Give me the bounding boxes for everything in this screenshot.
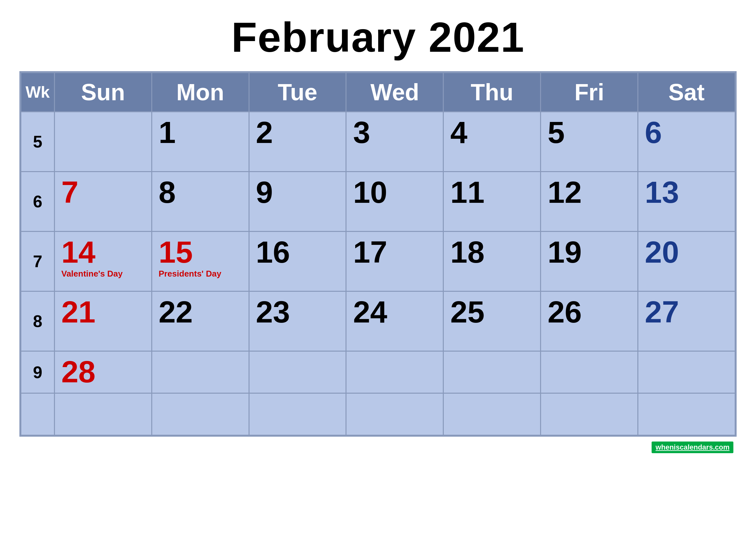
table-row xyxy=(638,351,735,393)
table-row: 27 xyxy=(638,292,735,351)
table-row: 17 xyxy=(346,232,444,292)
day-number: 3 xyxy=(353,117,436,148)
day-number: 13 xyxy=(645,177,728,208)
table-row: 18 xyxy=(444,232,541,292)
day-number: 26 xyxy=(548,296,631,327)
table-row: 15Presidents' Day xyxy=(151,232,249,292)
empty-cell xyxy=(249,393,346,436)
table-row xyxy=(151,351,249,393)
table-row: 20 xyxy=(638,232,735,292)
day-number: 11 xyxy=(450,177,534,208)
day-number: 14 xyxy=(62,237,145,268)
table-row: 28 xyxy=(54,351,151,393)
table-row: 14Valentine's Day xyxy=(54,232,151,292)
day-number: 7 xyxy=(62,177,145,208)
week-number: 6 xyxy=(21,172,55,232)
table-row xyxy=(444,351,541,393)
day-number: 8 xyxy=(159,177,242,208)
table-row: 13 xyxy=(638,172,735,232)
empty-cell xyxy=(151,393,249,436)
holiday-label: Valentine's Day xyxy=(62,269,145,279)
table-row: 2 xyxy=(249,112,346,172)
empty-cell xyxy=(54,393,151,436)
header-row: Wk Sun Mon Tue Wed Thu Fri Sat xyxy=(21,73,735,112)
week-number: 9 xyxy=(21,351,55,393)
table-row: 4 xyxy=(444,112,541,172)
mon-header: Mon xyxy=(151,73,249,112)
table-row: 6 xyxy=(638,112,735,172)
footer: wheniscalendars.com xyxy=(19,441,737,453)
thu-header: Thu xyxy=(444,73,541,112)
day-number: 18 xyxy=(450,237,534,268)
day-number: 24 xyxy=(353,296,436,327)
table-row xyxy=(541,351,638,393)
wk-header: Wk xyxy=(21,73,55,112)
week-number: 7 xyxy=(21,232,55,292)
wed-header: Wed xyxy=(346,73,444,112)
day-number: 22 xyxy=(159,296,242,327)
day-number: 1 xyxy=(159,117,242,148)
table-row: 21 xyxy=(54,292,151,351)
day-number: 25 xyxy=(450,296,534,327)
day-number: 23 xyxy=(256,296,339,327)
day-number: 9 xyxy=(256,177,339,208)
table-row: 24 xyxy=(346,292,444,351)
day-number: 12 xyxy=(548,177,631,208)
watermark: wheniscalendars.com xyxy=(652,441,733,453)
fri-header: Fri xyxy=(541,73,638,112)
table-row: 8 xyxy=(151,172,249,232)
week-number: 8 xyxy=(21,292,55,351)
day-number: 28 xyxy=(62,356,145,387)
table-row: 23 xyxy=(249,292,346,351)
day-number: 17 xyxy=(353,237,436,268)
day-number: 6 xyxy=(645,117,728,148)
table-row: 11 xyxy=(444,172,541,232)
empty-cell xyxy=(21,393,55,436)
week-number: 5 xyxy=(21,112,55,172)
day-number: 15 xyxy=(159,237,242,268)
table-row xyxy=(346,351,444,393)
day-number: 2 xyxy=(256,117,339,148)
table-row: 10 xyxy=(346,172,444,232)
tue-header: Tue xyxy=(249,73,346,112)
table-row: 7 xyxy=(54,172,151,232)
table-row: 16 xyxy=(249,232,346,292)
day-number: 19 xyxy=(548,237,631,268)
page-title: February 2021 xyxy=(231,13,525,62)
day-number: 16 xyxy=(256,237,339,268)
table-row: 5 xyxy=(541,112,638,172)
calendar: Wk Sun Mon Tue Wed Thu Fri Sat 512345667… xyxy=(19,71,737,437)
day-number: 4 xyxy=(450,117,534,148)
empty-cell xyxy=(638,393,735,436)
table-row: 9 xyxy=(249,172,346,232)
day-number: 27 xyxy=(645,296,728,327)
day-number: 5 xyxy=(548,117,631,148)
table-row xyxy=(249,351,346,393)
day-number: 20 xyxy=(645,237,728,268)
sat-header: Sat xyxy=(638,73,735,112)
empty-cell xyxy=(541,393,638,436)
table-row: 26 xyxy=(541,292,638,351)
table-row: 3 xyxy=(346,112,444,172)
table-row: 12 xyxy=(541,172,638,232)
sun-header: Sun xyxy=(54,73,151,112)
table-row xyxy=(54,112,151,172)
holiday-label: Presidents' Day xyxy=(159,269,242,279)
table-row: 25 xyxy=(444,292,541,351)
table-row: 1 xyxy=(151,112,249,172)
day-number: 21 xyxy=(62,296,145,327)
day-number: 10 xyxy=(353,177,436,208)
empty-cell xyxy=(444,393,541,436)
table-row: 19 xyxy=(541,232,638,292)
table-row: 22 xyxy=(151,292,249,351)
empty-cell xyxy=(346,393,444,436)
